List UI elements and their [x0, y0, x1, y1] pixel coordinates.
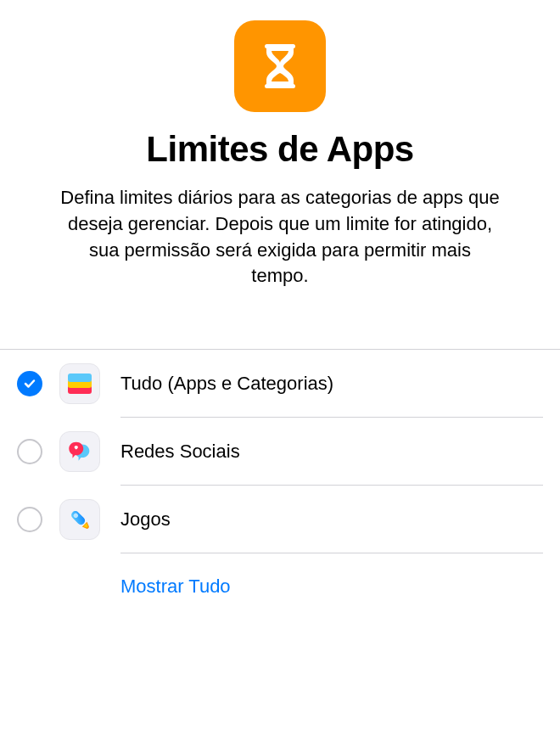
social-icon: [59, 431, 100, 472]
hourglass-icon: [253, 39, 307, 93]
category-label: Jogos: [120, 508, 171, 531]
category-row-all[interactable]: Tudo (Apps e Categorias): [0, 350, 560, 418]
page-title: Limites de Apps: [146, 129, 413, 170]
checkbox-unchecked[interactable]: [17, 507, 42, 532]
category-label: Redes Sociais: [120, 441, 240, 463]
checkbox-unchecked[interactable]: [17, 439, 42, 464]
checkmark-icon: [23, 377, 36, 390]
svg-rect-0: [265, 44, 295, 48]
checkbox-checked[interactable]: [17, 371, 42, 396]
games-icon: [59, 499, 100, 540]
page-description: Defina limites diários para as categoria…: [25, 185, 535, 289]
show-all-link[interactable]: Mostrar Tudo: [120, 576, 231, 598]
hourglass-hero-icon: [234, 20, 326, 112]
category-row-games[interactable]: Jogos: [0, 486, 560, 553]
category-list: Tudo (Apps e Categorias) Redes Sociais: [0, 349, 560, 620]
svg-rect-1: [265, 84, 295, 88]
show-all-row[interactable]: Mostrar Tudo: [0, 553, 560, 620]
all-categories-icon: [59, 363, 100, 404]
category-label: Tudo (Apps e Categorias): [120, 373, 333, 395]
category-row-social[interactable]: Redes Sociais: [0, 418, 560, 486]
